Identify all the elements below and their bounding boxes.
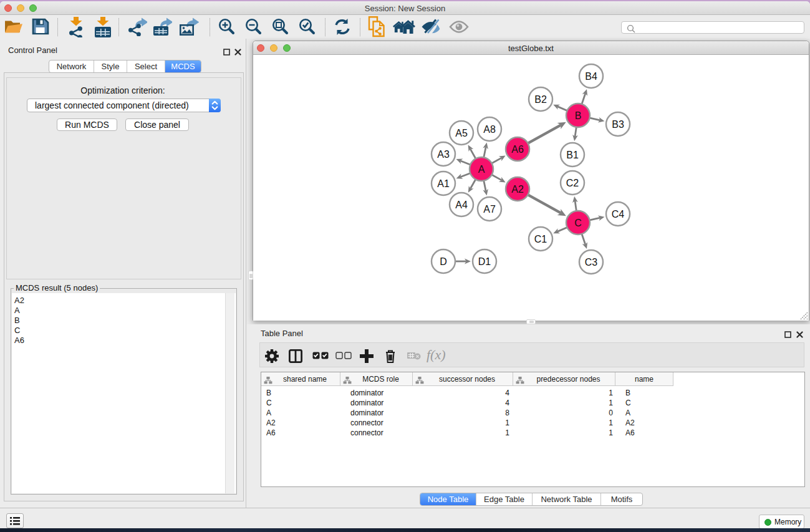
svg-text:B1: B1 xyxy=(566,150,579,160)
svg-text:C1: C1 xyxy=(534,234,547,244)
svg-text:C: C xyxy=(574,218,582,228)
svg-text:C2: C2 xyxy=(566,178,579,188)
svg-text:A5: A5 xyxy=(455,128,468,138)
svg-text:A7: A7 xyxy=(483,204,496,215)
svg-text:B4: B4 xyxy=(585,71,597,82)
svg-text:A4: A4 xyxy=(455,200,468,210)
svg-text:A3: A3 xyxy=(437,149,450,160)
svg-text:D1: D1 xyxy=(478,256,491,267)
svg-text:A8: A8 xyxy=(483,124,496,135)
svg-text:B: B xyxy=(575,110,582,121)
svg-text:A: A xyxy=(478,164,485,175)
svg-text:A6: A6 xyxy=(511,144,524,155)
svg-text:C3: C3 xyxy=(585,257,598,268)
svg-text:B2: B2 xyxy=(534,94,547,105)
svg-text:A1: A1 xyxy=(437,178,450,189)
svg-text:B3: B3 xyxy=(612,119,624,130)
svg-text:C4: C4 xyxy=(612,209,625,220)
svg-text:D: D xyxy=(440,256,447,267)
svg-text:A2: A2 xyxy=(511,184,524,195)
